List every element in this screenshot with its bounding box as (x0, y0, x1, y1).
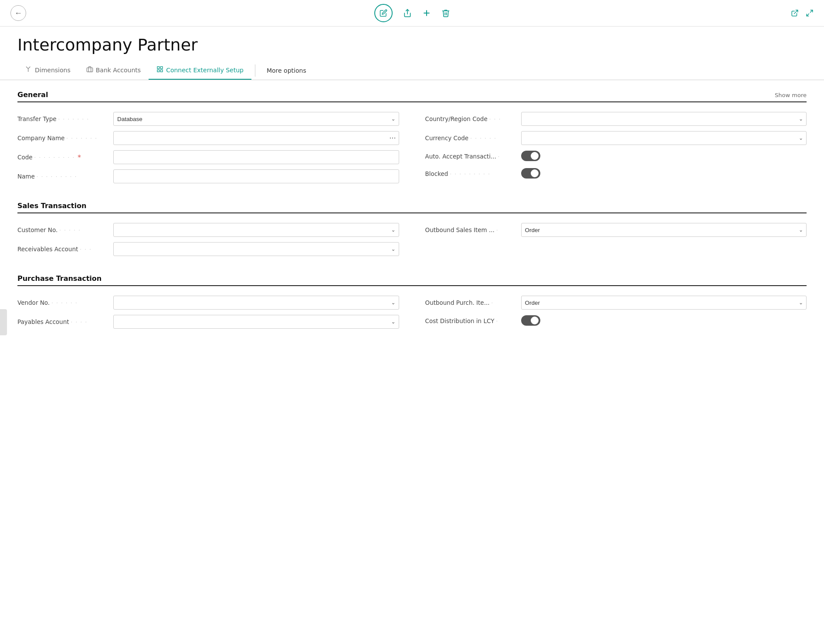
sales-right-col: Outbound Sales Item ... · Order Invoice … (425, 220, 807, 259)
sales-transaction-title: Sales Transaction (17, 202, 86, 210)
currency-code-select[interactable] (521, 131, 807, 145)
transfer-type-select-wrapper: Database File System Email ⌄ (113, 112, 399, 126)
cost-distribution-label: Cost Distribution in LCY · (425, 317, 521, 324)
customer-no-select-wrapper: ⌄ (113, 223, 399, 237)
svg-rect-10 (157, 70, 159, 72)
purchase-transaction-title: Purchase Transaction (17, 274, 102, 283)
name-row: Name · · · · · · · · · (17, 167, 399, 186)
general-form-grid: Transfer Type · · · · · · · Database Fil… (17, 109, 807, 186)
transfer-type-label: Transfer Type · · · · · · · (17, 115, 113, 122)
currency-code-label: Currency Code · · · · · · (425, 135, 521, 142)
bank-accounts-icon (86, 66, 93, 74)
outbound-purch-item-label: Outbound Purch. Ite... · (425, 299, 521, 306)
toolbar-right (791, 9, 814, 17)
purchase-transaction-section: Purchase Transaction Vendor No. · · · · … (17, 274, 807, 331)
back-button[interactable]: ← (10, 5, 26, 21)
fullscreen-button[interactable] (806, 9, 814, 17)
receivables-account-row: Receivables Account · · · ⌄ (17, 239, 399, 259)
auto-accept-row: Auto. Accept Transacti... · (425, 148, 807, 165)
purchase-left-col: Vendor No. · · · · · · ⌄ Payables Accoun… (17, 293, 399, 331)
svg-rect-9 (160, 70, 163, 72)
dimensions-icon (25, 66, 32, 74)
svg-rect-7 (157, 67, 159, 69)
outbound-purch-item-select[interactable]: Order Invoice Credit Memo (521, 296, 807, 310)
outbound-purch-item-select-wrapper: Order Invoice Credit Memo ⌄ (521, 296, 807, 310)
currency-code-select-wrapper: ⌄ (521, 131, 807, 145)
payables-account-label: Payables Account · · · · (17, 318, 113, 325)
toolbar-center (374, 4, 450, 22)
outbound-purch-item-row: Outbound Purch. Ite... · Order Invoice C… (425, 293, 807, 312)
purchase-right-col: Outbound Purch. Ite... · Order Invoice C… (425, 293, 807, 331)
payables-account-select[interactable] (113, 315, 399, 329)
general-right-col: Country/Region Code · · · ⌄ Currency Cod… (425, 109, 807, 186)
outbound-sales-item-select[interactable]: Order Invoice Credit Memo (521, 223, 807, 237)
currency-code-row: Currency Code · · · · · · ⌄ (425, 128, 807, 148)
country-region-row: Country/Region Code · · · ⌄ (425, 109, 807, 128)
blocked-toggle[interactable] (521, 168, 540, 179)
vendor-no-label: Vendor No. · · · · · · (17, 299, 113, 306)
edit-button[interactable] (374, 4, 393, 22)
share-button[interactable] (403, 9, 412, 17)
country-region-select-wrapper: ⌄ (521, 112, 807, 126)
sales-transaction-section: Sales Transaction Customer No. · · · · ·… (17, 202, 807, 259)
company-name-ellipsis-icon[interactable]: ··· (389, 134, 396, 142)
nav-tabs: Dimensions Bank Accounts Connect Externa… (0, 61, 824, 80)
company-name-row: Company Name · · · · · · · ··· (17, 128, 399, 148)
sales-form-grid: Customer No. · · · · · ⌄ Receivables Acc… (17, 220, 807, 259)
tab-bank-accounts[interactable]: Bank Accounts (78, 61, 149, 80)
general-section-title: General (17, 91, 48, 99)
cost-distribution-row: Cost Distribution in LCY · (425, 312, 807, 330)
auto-accept-toggle[interactable] (521, 151, 540, 161)
name-label: Name · · · · · · · · · (17, 173, 113, 180)
sales-left-col: Customer No. · · · · · ⌄ Receivables Acc… (17, 220, 399, 259)
payables-account-row: Payables Account · · · · ⌄ (17, 312, 399, 331)
show-more-button[interactable]: Show more (775, 92, 807, 98)
svg-line-4 (810, 10, 813, 12)
company-name-label: Company Name · · · · · · · (17, 135, 113, 142)
svg-line-5 (807, 14, 809, 16)
blocked-toggle-wrapper (521, 168, 540, 180)
auto-accept-toggle-wrapper (521, 151, 540, 162)
outbound-sales-item-row: Outbound Sales Item ... · Order Invoice … (425, 220, 807, 239)
back-icon: ← (14, 9, 22, 18)
add-button[interactable] (422, 9, 431, 17)
receivables-account-select[interactable] (113, 242, 399, 256)
tab-connect-externally[interactable]: Connect Externally Setup (149, 61, 251, 80)
transfer-type-select[interactable]: Database File System Email (113, 112, 399, 126)
left-panel-tab[interactable] (0, 309, 7, 335)
general-section-header: General Show more (17, 91, 807, 102)
customer-no-select[interactable] (113, 223, 399, 237)
tab-dimensions[interactable]: Dimensions (17, 61, 78, 80)
receivables-account-label: Receivables Account · · · (17, 246, 113, 253)
company-name-input-wrapper: ··· (113, 131, 399, 145)
page-title: Intercompany Partner (0, 27, 824, 61)
cost-distribution-toggle[interactable] (521, 315, 540, 326)
svg-rect-8 (160, 67, 163, 69)
blocked-label: Blocked · · · · · · · · · (425, 170, 521, 177)
auto-accept-label: Auto. Accept Transacti... · (425, 153, 521, 160)
customer-no-row: Customer No. · · · · · ⌄ (17, 220, 399, 239)
code-label: Code · · · · · · · · · * (17, 153, 113, 162)
purchase-form-grid: Vendor No. · · · · · · ⌄ Payables Accoun… (17, 293, 807, 331)
country-region-select[interactable] (521, 112, 807, 126)
svg-rect-6 (87, 68, 92, 72)
name-input[interactable] (113, 169, 399, 183)
more-options-button[interactable]: More options (259, 63, 314, 78)
general-section: General Show more Transfer Type · · · · … (17, 91, 807, 186)
general-left-col: Transfer Type · · · · · · · Database Fil… (17, 109, 399, 186)
outbound-sales-item-label: Outbound Sales Item ... · (425, 226, 521, 233)
cost-distribution-toggle-wrapper (521, 315, 540, 327)
delete-button[interactable] (441, 9, 450, 17)
svg-line-3 (794, 10, 798, 13)
code-row: Code · · · · · · · · · * (17, 148, 399, 167)
vendor-no-select[interactable] (113, 296, 399, 310)
receivables-account-select-wrapper: ⌄ (113, 242, 399, 256)
connect-externally-icon (156, 66, 163, 74)
open-in-new-button[interactable] (791, 9, 799, 17)
nav-divider (255, 64, 255, 77)
top-bar: ← (0, 0, 824, 27)
customer-no-label: Customer No. · · · · · (17, 226, 113, 233)
code-input[interactable] (113, 150, 399, 164)
company-name-input[interactable] (117, 135, 386, 142)
vendor-no-select-wrapper: ⌄ (113, 296, 399, 310)
